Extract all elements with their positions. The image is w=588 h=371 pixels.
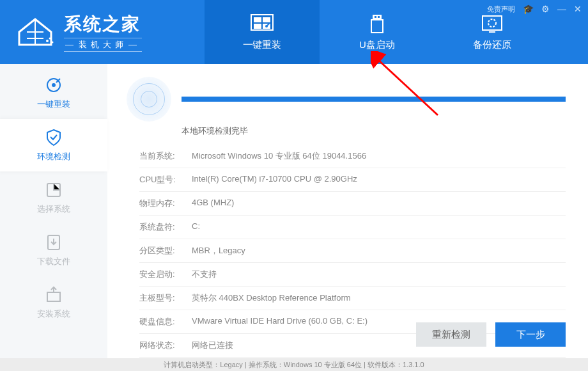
graduate-icon[interactable]: 🎓 xyxy=(523,4,534,14)
logo-title: 系统之家 xyxy=(64,12,142,36)
info-label: 安全启动: xyxy=(139,269,192,280)
reinstall-icon xyxy=(249,13,275,34)
select-icon xyxy=(44,180,63,200)
nav-tab-1[interactable]: U盘启动 xyxy=(320,0,435,64)
info-row-5: 安全启动:不支持 xyxy=(139,263,566,287)
info-label: CPU型号: xyxy=(139,174,192,186)
titlebar: 免责声明 🎓 ⚙ — ✕ xyxy=(487,4,582,14)
svg-rect-11 xyxy=(375,16,376,18)
next-button[interactable]: 下一步 xyxy=(495,322,566,347)
info-label: 网络状态: xyxy=(139,340,192,351)
info-row-6: 主板型号:英特尔 440BX Desktop Reference Platfor… xyxy=(139,287,566,310)
sidebar-label: 一键重装 xyxy=(37,99,70,110)
sidebar-item-4[interactable]: 安装系统 xyxy=(0,276,107,329)
info-row-2: 物理内存:4GB (MHZ) xyxy=(139,192,566,216)
info-value: 4GB (MHZ) xyxy=(192,198,566,209)
radar-icon xyxy=(127,77,171,122)
logo-icon xyxy=(13,13,58,51)
info-row-3: 系统盘符:C: xyxy=(139,216,566,239)
target-icon xyxy=(44,75,63,95)
sidebar-label: 选择系统 xyxy=(37,203,70,215)
info-label: 当前系统: xyxy=(139,150,192,162)
main-panel: 本地环境检测完毕 当前系统:Microsoft Windows 10 专业版 6… xyxy=(107,64,588,358)
svg-rect-21 xyxy=(47,292,60,301)
header: 系统之家 装机大师 一键重装U盘启动备份还原 免责声明 🎓 ⚙ — ✕ xyxy=(0,0,588,64)
svg-rect-5 xyxy=(263,17,270,22)
close-icon[interactable]: ✕ xyxy=(574,4,582,14)
nav-label: U盘启动 xyxy=(359,39,395,51)
nav-tab-0[interactable]: 一键重装 xyxy=(205,0,320,64)
svg-rect-13 xyxy=(483,16,502,30)
info-label: 物理内存: xyxy=(139,198,192,209)
sidebar-label: 环境检测 xyxy=(37,151,70,162)
info-label: 系统盘符: xyxy=(139,221,192,233)
shield-icon xyxy=(44,128,63,147)
info-value: C: xyxy=(192,221,566,233)
sidebar: 一键重装环境检测选择系统下载文件安装系统 xyxy=(0,64,107,358)
info-row-0: 当前系统:Microsoft Windows 10 专业版 64位 19044.… xyxy=(139,145,566,168)
info-value: 英特尔 440BX Desktop Reference Platform xyxy=(192,292,566,304)
nav-label: 一键重装 xyxy=(243,39,281,51)
svg-point-2 xyxy=(52,42,54,43)
download-icon xyxy=(44,233,63,252)
svg-rect-6 xyxy=(254,24,261,29)
info-label: 硬盘信息: xyxy=(139,316,192,328)
sidebar-item-3[interactable]: 下载文件 xyxy=(0,224,107,276)
svg-point-0 xyxy=(46,40,49,42)
rescan-button[interactable]: 重新检测 xyxy=(416,322,486,347)
usb-icon xyxy=(364,13,391,34)
info-value: MBR，Legacy xyxy=(192,245,566,257)
logo-subtitle: 装机大师 xyxy=(64,38,142,52)
info-value: 不支持 xyxy=(192,269,566,280)
nav-label: 备份还原 xyxy=(473,39,511,51)
info-label: 主板型号: xyxy=(139,292,192,304)
svg-point-18 xyxy=(52,83,56,87)
svg-rect-4 xyxy=(254,17,261,22)
info-row-1: CPU型号:Intel(R) Core(TM) i7-10700 CPU @ 2… xyxy=(139,168,566,192)
sidebar-item-2[interactable]: 选择系统 xyxy=(0,171,107,224)
footer-status: 计算机启动类型：Legacy | 操作系统：Windows 10 专业版 64位… xyxy=(0,358,588,371)
svg-point-1 xyxy=(49,38,51,40)
scan-status: 本地环境检测完毕 xyxy=(182,125,566,137)
svg-rect-12 xyxy=(378,16,380,18)
svg-point-14 xyxy=(488,19,496,27)
sidebar-label: 下载文件 xyxy=(37,256,70,267)
sidebar-label: 安装系统 xyxy=(37,308,70,320)
svg-rect-9 xyxy=(373,15,382,20)
logo: 系统之家 装机大师 xyxy=(0,12,205,52)
info-value: Microsoft Windows 10 专业版 64位 19044.1566 xyxy=(192,150,566,162)
backup-icon xyxy=(479,13,506,34)
minimize-icon[interactable]: — xyxy=(557,4,566,14)
sidebar-item-1[interactable]: 环境检测 xyxy=(0,119,107,171)
disclaimer-link[interactable]: 免责声明 xyxy=(487,4,515,14)
info-value: Intel(R) Core(TM) i7-10700 CPU @ 2.90GHz xyxy=(192,174,566,186)
gear-icon[interactable]: ⚙ xyxy=(541,4,550,14)
svg-point-8 xyxy=(265,25,268,28)
svg-rect-10 xyxy=(371,20,383,33)
progress-bar xyxy=(182,97,566,102)
sidebar-item-0[interactable]: 一键重装 xyxy=(0,67,107,119)
info-row-4: 分区类型:MBR，Legacy xyxy=(139,239,566,263)
install-icon xyxy=(44,285,63,304)
info-label: 分区类型: xyxy=(139,245,192,257)
svg-rect-15 xyxy=(489,31,495,33)
